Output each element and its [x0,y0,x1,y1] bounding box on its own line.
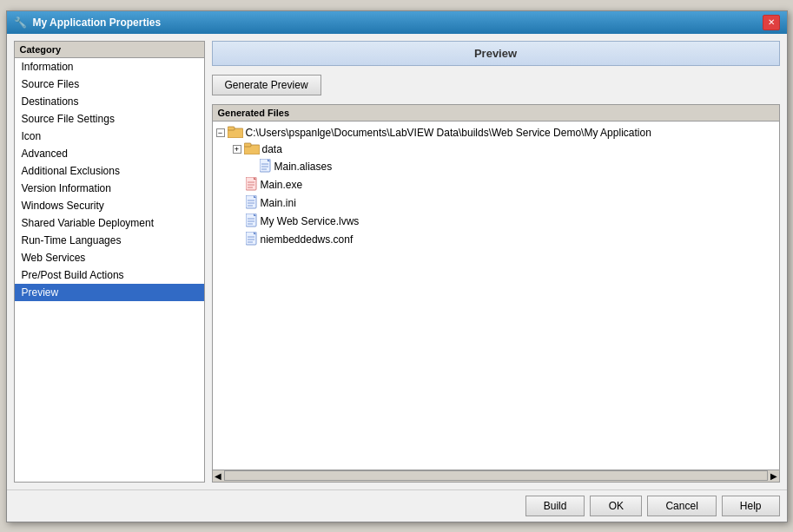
scroll-right-button[interactable]: ▶ [769,471,779,481]
preview-header: Preview [212,41,780,66]
sidebar-item-preview[interactable]: Preview [15,284,204,301]
window-icon: 🔧 [14,16,28,30]
sidebar-item-version-information[interactable]: Version Information [15,180,204,197]
sidebar-item-shared-variable-deployment[interactable]: Shared Variable Deployment [15,214,204,232]
sidebar-item-icon[interactable]: Icon [15,128,204,145]
tree-item-main-ini: Main.ini [216,194,776,213]
help-button[interactable]: Help [722,496,780,516]
sidebar-header: Category [15,42,204,58]
bottom-bar: Build OK Cancel Help [7,489,787,522]
scroll-track [224,470,768,481]
tree-item-niembeddedws: niembeddedws.conf [216,231,776,249]
title-bar-left: 🔧 My Application Properties [14,16,162,30]
file-icon-root [228,126,243,141]
sidebar-item-pre-post-build-actions[interactable]: Pre/Post Build Actions [15,266,204,284]
close-button[interactable]: ✕ [763,15,780,30]
title-bar-controls: ✕ [763,15,780,30]
files-header: Generated Files [213,105,779,122]
expand-icon-root[interactable]: − [216,128,225,137]
sidebar: Category InformationSource FilesDestinat… [14,41,205,483]
sidebar-item-run-time-languages[interactable]: Run-Time Languages [15,232,204,249]
tree-label-data: data [262,143,282,155]
sidebar-item-source-file-settings[interactable]: Source File Settings [15,110,204,128]
content-area: Category InformationSource FilesDestinat… [7,34,787,489]
scroll-left-button[interactable]: ◀ [213,471,223,481]
tree-label-niembeddedws: niembeddedws.conf [261,233,354,246]
tree-label-my-web-service: My Web Service.lvws [261,215,360,227]
file-icon-main-exe [246,177,258,194]
sidebar-item-source-files[interactable]: Source Files [15,76,204,93]
tree-label-root: C:\Users\pspanlge\Documents\LabVIEW Data… [246,127,651,139]
svg-rect-3 [244,143,251,147]
tree-item-main-aliases: Main.aliases [216,158,776,176]
files-content: − C:\Users\pspanlge\Documents\LabVIEW Da… [213,122,779,470]
sidebar-item-additional-exclusions[interactable]: Additional Exclusions [15,162,204,180]
tree-item-main-exe: Main.exe [216,176,776,194]
tree-label-main-exe: Main.exe [261,179,303,191]
sidebar-item-information[interactable]: Information [15,58,204,76]
generate-preview-button[interactable]: Generate Preview [212,75,321,95]
tree-item-my-web-service: My Web Service.lvws [216,213,776,231]
title-bar: 🔧 My Application Properties ✕ [7,11,787,34]
ok-button[interactable]: OK [590,496,642,516]
main-panel: Preview Generate Preview Generated Files… [212,41,780,483]
files-panel: Generated Files − C:\Users\pspanlge\Docu… [212,104,780,483]
expand-icon-data[interactable]: + [233,145,241,154]
sidebar-item-windows-security[interactable]: Windows Security [15,197,204,214]
cancel-button[interactable]: Cancel [647,496,716,516]
tree-label-main-aliases: Main.aliases [274,161,333,173]
sidebar-item-destinations[interactable]: Destinations [15,93,204,110]
file-icon-data [244,142,260,157]
file-icon-niembeddedws [246,232,258,248]
build-button[interactable]: Build [525,496,585,516]
file-icon-main-ini [246,195,258,212]
tree-item-data: + data [216,141,776,158]
tree-item-root: − C:\Users\pspanlge\Documents\LabVIEW Da… [216,125,776,141]
window-title: My Application Properties [33,16,162,29]
main-window: 🔧 My Application Properties ✕ Category I… [6,10,788,522]
sidebar-item-advanced[interactable]: Advanced [15,145,204,162]
sidebar-item-web-services[interactable]: Web Services [15,249,204,266]
file-icon-main-aliases [260,159,272,175]
horizontal-scrollbar[interactable]: ◀ ▶ [213,470,779,482]
tree-label-main-ini: Main.ini [261,197,296,209]
file-icon-my-web-service [246,213,258,230]
svg-rect-1 [228,127,235,130]
